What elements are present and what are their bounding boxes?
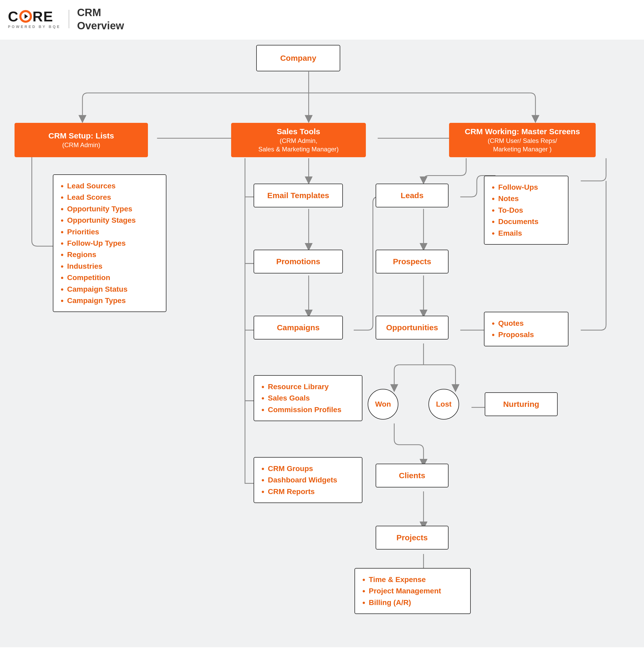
- node-campaigns-label: Campaigns: [277, 323, 320, 332]
- node-leads: Leads: [376, 184, 448, 207]
- list-item: Commission Profiles: [260, 404, 354, 415]
- list-crm-setup: Lead SourcesLead ScoresOpportunity Types…: [53, 174, 166, 312]
- list-item: Campaign Types: [60, 295, 159, 306]
- list-item: Opportunity Stages: [60, 214, 159, 226]
- node-leads-label: Leads: [401, 191, 424, 200]
- list-item: Competition: [60, 272, 159, 283]
- list-item: Proposals: [491, 329, 560, 340]
- list-projects: Time & ExpenseProject ManagementBilling …: [354, 568, 471, 614]
- list-item: Dashboard Widgets: [260, 474, 354, 485]
- node-prospects-label: Prospects: [393, 257, 431, 266]
- node-won: Won: [368, 389, 398, 420]
- node-crm-setup-sub: (CRM Admin): [62, 141, 100, 149]
- node-company-label: Company: [280, 54, 317, 63]
- list-crm-setup-items: Lead SourcesLead ScoresOpportunity Types…: [60, 180, 159, 306]
- list-item: Campaign Status: [60, 284, 159, 295]
- node-nurturing: Nurturing: [485, 392, 558, 416]
- node-clients: Clients: [376, 463, 448, 488]
- list-projects-items: Time & ExpenseProject ManagementBilling …: [361, 574, 463, 608]
- list-item: Follow-Up Types: [60, 237, 159, 249]
- list-item: To-Dos: [491, 204, 560, 216]
- node-sales-sub1: (CRM Admin,: [280, 137, 318, 144]
- list-item: Project Management: [361, 585, 463, 596]
- logo-letters-re: RE: [32, 9, 53, 24]
- node-nurturing-label: Nurturing: [503, 400, 539, 409]
- title-line1: CRM: [77, 6, 124, 19]
- node-working-sub1: (CRM User/ Sales Reps/: [488, 137, 557, 144]
- node-sales-tools: Sales Tools (CRM Admin, Sales & Marketin…: [231, 123, 366, 157]
- logo: C RE POWERED BY BQE: [8, 9, 61, 29]
- list-item: Sales Goals: [260, 392, 354, 404]
- header-divider: [69, 10, 69, 28]
- page-title: CRM Overview: [77, 6, 124, 32]
- node-sales-title: Sales Tools: [277, 127, 320, 136]
- list-working-actions-items: Follow-UpsNotesTo-DosDocumentsEmails: [491, 181, 560, 239]
- node-sales-sub2: Sales & Marketing Manager): [258, 145, 339, 153]
- list-sales-reports: CRM GroupsDashboard WidgetsCRM Reports: [254, 457, 362, 503]
- list-item: Regions: [60, 249, 159, 260]
- logo-subtitle: POWERED BY BQE: [8, 25, 61, 29]
- node-opportunities: Opportunities: [376, 316, 448, 339]
- page-header: C RE POWERED BY BQE CRM Overview: [0, 0, 644, 40]
- logo-letter-c: C: [8, 9, 19, 24]
- list-item: Priorities: [60, 226, 159, 237]
- node-working-sub2: Marketing Manager ): [493, 145, 552, 153]
- list-item: Follow-Ups: [491, 181, 560, 193]
- list-item: Lead Scores: [60, 191, 159, 203]
- node-email-label: Email Templates: [267, 191, 329, 200]
- list-working-proposals-items: QuotesProposals: [491, 318, 560, 341]
- node-lost-label: Lost: [436, 400, 452, 408]
- list-item: Documents: [491, 216, 560, 227]
- node-crm-setup: CRM Setup: Lists (CRM Admin): [15, 123, 148, 157]
- node-company: Company: [256, 45, 340, 71]
- list-item: Emails: [491, 227, 560, 239]
- list-item: Quotes: [491, 318, 560, 329]
- list-sales-resources: Resource LibrarySales GoalsCommission Pr…: [254, 375, 362, 421]
- node-promotions-label: Promotions: [276, 257, 320, 266]
- node-crm-working: CRM Working: Master Screens (CRM User/ S…: [449, 123, 596, 157]
- node-promotions: Promotions: [254, 250, 343, 273]
- diagram-canvas: Company CRM Setup: Lists (CRM Admin) Sal…: [0, 40, 644, 647]
- list-item: Opportunity Types: [60, 203, 159, 214]
- list-item: Industries: [60, 261, 159, 272]
- list-sales-resources-items: Resource LibrarySales GoalsCommission Pr…: [260, 381, 354, 415]
- node-campaigns: Campaigns: [254, 316, 343, 339]
- node-projects-label: Projects: [396, 533, 428, 542]
- list-sales-reports-items: CRM GroupsDashboard WidgetsCRM Reports: [260, 463, 354, 497]
- node-won-label: Won: [375, 400, 391, 408]
- list-item: CRM Reports: [260, 486, 354, 497]
- node-crm-setup-title: CRM Setup: Lists: [48, 131, 114, 140]
- list-item: Notes: [491, 193, 560, 204]
- list-working-actions: Follow-UpsNotesTo-DosDocumentsEmails: [484, 176, 569, 245]
- node-projects: Projects: [376, 526, 448, 549]
- node-email-templates: Email Templates: [254, 184, 343, 207]
- list-working-proposals: QuotesProposals: [484, 312, 569, 346]
- list-item: Resource Library: [260, 381, 354, 392]
- node-lost: Lost: [429, 389, 459, 420]
- node-prospects: Prospects: [376, 250, 448, 273]
- logo-o-icon: [19, 10, 32, 23]
- node-clients-label: Clients: [399, 471, 425, 480]
- list-item: Time & Expense: [361, 574, 463, 585]
- node-working-title: CRM Working: Master Screens: [465, 127, 580, 136]
- node-opportunities-label: Opportunities: [386, 323, 438, 332]
- list-item: Lead Sources: [60, 180, 159, 191]
- list-item: Billing (A/R): [361, 597, 463, 608]
- title-line2: Overview: [77, 19, 124, 32]
- list-item: CRM Groups: [260, 463, 354, 474]
